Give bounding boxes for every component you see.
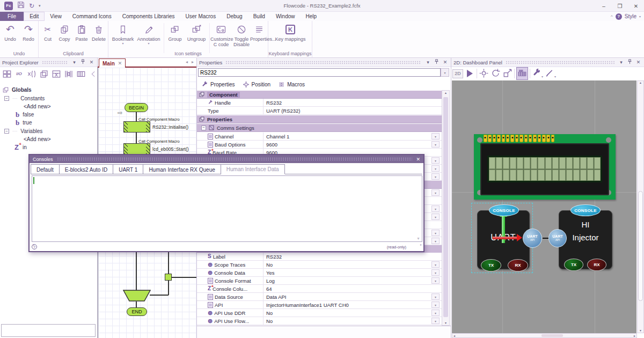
selector-dropdown-button[interactable]: ▾ bbox=[441, 68, 449, 77]
property-row-api-use-flow[interactable]: ⊕API Use Flow... No▾ bbox=[197, 317, 442, 325]
paste-button[interactable]: Paste bbox=[73, 23, 90, 42]
menu-view[interactable]: View bbox=[45, 12, 67, 21]
annotation-button[interactable]: Annotation▾ bbox=[135, 23, 162, 46]
resize-icon[interactable] bbox=[502, 68, 513, 79]
console-help-icon[interactable]: ? bbox=[32, 244, 37, 249]
group-button[interactable]: Group bbox=[165, 23, 185, 42]
tree-item-add-variable[interactable]: <Add new> bbox=[0, 135, 98, 143]
x-brace-icon[interactable] bbox=[26, 68, 37, 79]
property-row-channel[interactable]: Channel Channel 1▾ bbox=[197, 133, 442, 141]
pipes-icon[interactable] bbox=[63, 68, 74, 79]
panel-menu-caret-icon[interactable]: ▾ bbox=[425, 60, 431, 65]
panel-drag-dots[interactable] bbox=[506, 61, 614, 64]
console-tab-default[interactable]: Default bbox=[31, 164, 60, 174]
close-panel-icon[interactable]: ✕ bbox=[442, 60, 449, 65]
key-mappings-button[interactable]: K Key mappings bbox=[273, 23, 308, 42]
tab-position[interactable]: Position bbox=[243, 81, 271, 88]
components-icon[interactable] bbox=[516, 67, 528, 80]
scroll-down-icon[interactable]: ▾ bbox=[442, 321, 449, 325]
property-row-baud-options[interactable]: Baud Options 9600▾ bbox=[197, 141, 442, 149]
collapse-ribbon-icon[interactable]: ^ bbox=[611, 14, 613, 19]
console-tab-uart1[interactable]: UART 1 bbox=[113, 164, 143, 174]
dropdown-button[interactable]: ▾ bbox=[431, 230, 440, 236]
property-row-console-columns[interactable]: Z+Console Colu... 64 bbox=[197, 285, 442, 293]
menu-command-icons[interactable]: Command Icons bbox=[67, 12, 117, 21]
restore-button[interactable]: ❐ bbox=[612, 0, 628, 12]
collapse-icon[interactable]: − bbox=[4, 96, 9, 101]
property-row-api-use-ddr[interactable]: ⊕API Use DDR No▾ bbox=[197, 309, 442, 317]
collapse-icon[interactable]: − bbox=[201, 126, 206, 130]
call-macro-node-lcd[interactable] bbox=[123, 143, 150, 155]
property-row-type[interactable]: Type UART (RS232) bbox=[197, 107, 442, 115]
tree-item-true[interactable]: btrue bbox=[0, 119, 98, 127]
section-component[interactable]: Component bbox=[197, 91, 442, 99]
dropdown-button[interactable]: ▾ bbox=[431, 277, 440, 284]
tree-item-constants[interactable]: −····Constants bbox=[0, 94, 98, 102]
scroll-left-icon[interactable]: ◂ bbox=[453, 334, 455, 337]
consoles-titlebar[interactable]: Consoles ✕ bbox=[30, 155, 423, 163]
lcd-display-component[interactable] bbox=[474, 134, 616, 200]
dropdown-button[interactable]: ▾ bbox=[431, 133, 440, 139]
ungroup-button[interactable]: Ungroup bbox=[185, 23, 208, 42]
properties-scrollbar[interactable]: ▴ ▾ bbox=[442, 90, 450, 326]
style-menu[interactable]: Style bbox=[625, 13, 636, 19]
panel-drag-dots[interactable] bbox=[225, 61, 421, 64]
dropdown-button[interactable]: ▾ bbox=[431, 173, 440, 180]
dropdown-button[interactable]: ▾ bbox=[431, 302, 440, 308]
tab-properties[interactable]: Properties bbox=[201, 81, 235, 88]
injector-console-badge[interactable]: CONSOLE bbox=[570, 204, 601, 216]
panel-menu-caret-icon[interactable]: ▾ bbox=[618, 60, 625, 65]
scrollbar-thumb[interactable] bbox=[638, 191, 643, 301]
injector-tx-pin[interactable]: TX bbox=[564, 259, 583, 271]
section-properties[interactable]: Properties bbox=[197, 115, 442, 123]
dropdown-button[interactable]: ▾ bbox=[431, 214, 440, 220]
property-row-label[interactable]: SLabel RS232 bbox=[197, 253, 442, 261]
pin-icon[interactable] bbox=[79, 59, 86, 65]
cut-button[interactable]: ✂Cut bbox=[40, 23, 56, 42]
minimize-button[interactable]: – bbox=[596, 0, 612, 12]
tree-item-variables[interactable]: −····Variables bbox=[0, 127, 98, 135]
tree-item-add-constant[interactable]: <Add new> bbox=[0, 102, 98, 111]
tab-main[interactable]: Main ✕ bbox=[99, 58, 126, 68]
consoles-close-icon[interactable]: ✕ bbox=[416, 157, 420, 162]
tree-item-in[interactable]: Z+in bbox=[0, 143, 98, 151]
brush-icon[interactable]: ▾ bbox=[545, 68, 556, 79]
loop-end-node[interactable] bbox=[123, 290, 151, 302]
scrollbar-thumb[interactable] bbox=[443, 97, 448, 317]
tab-scroll-left-icon[interactable]: ◂ bbox=[186, 60, 188, 64]
play-icon[interactable] bbox=[467, 70, 473, 77]
end-node[interactable]: END bbox=[127, 307, 147, 316]
call-macro-node-rs232[interactable] bbox=[123, 121, 150, 133]
pin-icon[interactable] bbox=[626, 59, 633, 65]
menu-file[interactable]: File bbox=[0, 12, 24, 21]
tab-scroll-right-icon[interactable]: ▸ bbox=[192, 60, 194, 64]
console-output-area[interactable]: ▼ bbox=[32, 175, 422, 242]
dropdown-button[interactable]: ▾ bbox=[431, 205, 440, 212]
layers-icon[interactable] bbox=[38, 68, 49, 79]
dropdown-button[interactable]: ▾ bbox=[431, 293, 440, 300]
panel-menu-caret-icon[interactable]: ▾ bbox=[71, 60, 78, 65]
scroll-down-icon[interactable]: ▼ bbox=[638, 329, 643, 332]
dropdown-button[interactable]: ▾ bbox=[431, 318, 440, 324]
tab-macros[interactable]: Macros bbox=[278, 81, 305, 88]
injector-rx-pin[interactable]: RX bbox=[587, 259, 606, 271]
2d-mode-button[interactable]: 2D bbox=[452, 69, 463, 78]
menu-window[interactable]: Window bbox=[270, 12, 301, 21]
menu-build[interactable]: Build bbox=[248, 12, 270, 21]
uart-tx-pin[interactable]: TX bbox=[481, 259, 501, 271]
section-comms-settings[interactable]: − Comms Settings bbox=[197, 124, 442, 132]
collapse-icon[interactable]: − bbox=[4, 129, 9, 134]
scrollbar-thumb[interactable] bbox=[541, 334, 563, 337]
dropdown-button[interactable]: ▾ bbox=[431, 189, 440, 196]
property-row-data-source[interactable]: Data Source Data API▾ bbox=[197, 293, 442, 301]
help-icon[interactable]: ? bbox=[616, 13, 622, 20]
redo-button[interactable]: ↷Redo bbox=[19, 23, 38, 42]
scroll-up-icon[interactable]: ▴ bbox=[442, 91, 449, 94]
console-tab-hi-data[interactable]: Human Interface Data bbox=[221, 164, 285, 174]
menu-user-macros[interactable]: User Macros bbox=[180, 12, 222, 21]
console-tab-eblocks2[interactable]: E-blocks2 Auto ID bbox=[60, 164, 113, 174]
uart-rx-pin[interactable]: RX bbox=[508, 259, 528, 271]
menu-debug[interactable]: Debug bbox=[221, 12, 247, 21]
dropdown-button[interactable]: ▾ bbox=[431, 157, 440, 164]
begin-node[interactable]: BEGIN bbox=[125, 103, 148, 112]
